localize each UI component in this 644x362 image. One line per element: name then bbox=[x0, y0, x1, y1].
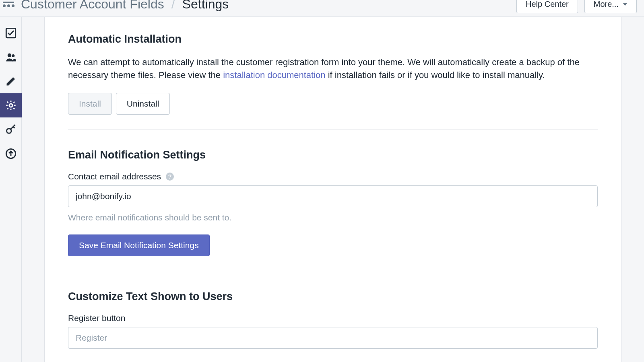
top-header: Customer Account Fields / Settings Help … bbox=[0, 0, 644, 17]
email-help-text: Where email notifications should be sent… bbox=[68, 213, 598, 222]
more-label: More... bbox=[594, 0, 619, 9]
install-button-row: Install Uninstall bbox=[68, 93, 598, 115]
header-left: Customer Account Fields / Settings bbox=[2, 0, 516, 12]
breadcrumb: Customer Account Fields / Settings bbox=[21, 0, 229, 12]
sidebar-item-check[interactable] bbox=[0, 21, 22, 45]
breadcrumb-current: Settings bbox=[182, 0, 229, 12]
section-email: Email Notification Settings Contact emai… bbox=[68, 129, 598, 271]
svg-point-4 bbox=[7, 129, 12, 134]
uninstall-button[interactable]: Uninstall bbox=[116, 93, 170, 115]
breadcrumb-separator: / bbox=[171, 0, 175, 12]
install-desc-after: if installation fails or if you would li… bbox=[326, 70, 545, 80]
check-icon bbox=[5, 27, 17, 39]
sidebar-item-key[interactable] bbox=[0, 117, 22, 142]
register-field-label: Register button bbox=[68, 313, 598, 323]
email-field-label: Contact email addresses ? bbox=[68, 172, 598, 181]
main-scroll[interactable]: Automatic Installation We can attempt to… bbox=[22, 17, 644, 362]
sidebar-item-users[interactable] bbox=[0, 45, 22, 69]
help-icon[interactable]: ? bbox=[166, 173, 174, 181]
save-email-button[interactable]: Save Email Notification Settings bbox=[68, 234, 210, 256]
breadcrumb-root[interactable]: Customer Account Fields bbox=[21, 0, 164, 12]
edit-icon bbox=[5, 76, 17, 87]
help-center-label: Help Center bbox=[526, 0, 569, 9]
content-panel: Automatic Installation We can attempt to… bbox=[44, 17, 621, 362]
key-icon bbox=[5, 124, 17, 135]
help-center-button[interactable]: Help Center bbox=[516, 0, 578, 13]
register-button-input[interactable] bbox=[68, 327, 598, 349]
install-title: Automatic Installation bbox=[68, 33, 598, 45]
svg-point-2 bbox=[12, 54, 14, 57]
chevron-down-icon bbox=[623, 3, 627, 6]
sidebar-item-edit[interactable] bbox=[0, 69, 22, 93]
email-label-text: Contact email addresses bbox=[68, 172, 161, 181]
install-doc-link[interactable]: installation documentation bbox=[223, 70, 325, 80]
header-right: Help Center More... bbox=[516, 0, 637, 13]
contact-email-input[interactable] bbox=[68, 185, 598, 207]
section-install: Automatic Installation We can attempt to… bbox=[68, 33, 598, 129]
sidebar bbox=[0, 17, 22, 362]
email-title: Email Notification Settings bbox=[68, 149, 598, 161]
customize-title: Customize Text Shown to Users bbox=[68, 290, 598, 303]
svg-point-1 bbox=[8, 53, 11, 57]
app-icon bbox=[2, 2, 15, 7]
sidebar-item-upload[interactable] bbox=[0, 142, 22, 166]
register-label-text: Register button bbox=[68, 313, 125, 323]
sidebar-item-settings[interactable] bbox=[0, 93, 22, 117]
upload-icon bbox=[5, 148, 17, 159]
svg-point-3 bbox=[9, 104, 12, 107]
gear-icon bbox=[5, 100, 17, 111]
users-icon bbox=[5, 51, 17, 63]
more-button[interactable]: More... bbox=[584, 0, 637, 13]
install-description: We can attempt to automatically install … bbox=[68, 56, 598, 82]
install-button[interactable]: Install bbox=[68, 93, 112, 115]
section-customize: Customize Text Shown to Users Register b… bbox=[68, 271, 598, 362]
